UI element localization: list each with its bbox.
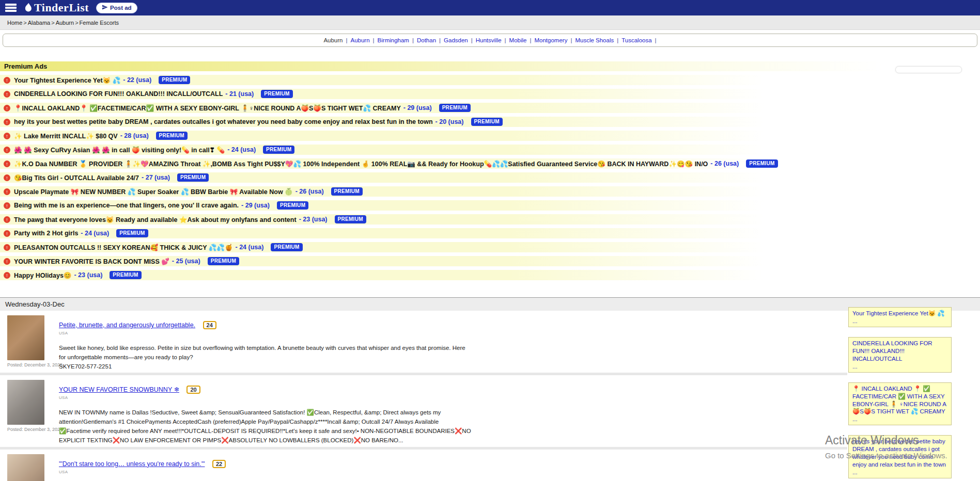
sidebar-premium-card[interactable]: hey its your best wettes petite baby DRE… xyxy=(848,435,952,478)
premium-ad-row[interactable]: Your Tightest Experience Yet😼 💦 - 22 (us… xyxy=(0,75,980,85)
listing-title-link[interactable]: Petite, brunette, and dangerously unforg… xyxy=(59,322,195,329)
premium-ad-row[interactable]: Being with me is an experience—one that … xyxy=(0,200,980,211)
premium-badge: PREMIUM xyxy=(439,104,471,113)
city-link-tuscaloosa[interactable]: Tuscaloosa xyxy=(621,37,651,43)
city-link-muscle-shoals[interactable]: Muscle Shoals xyxy=(575,37,614,43)
premium-ad-title[interactable]: 😘Big Tits Girl - OUTCALL Available 24/7 xyxy=(14,174,139,182)
premium-ad-title[interactable]: 📍INCALL OAKLAND📍 ✅FACETIME/CAR✅ WITH A S… xyxy=(14,104,401,112)
bump-arrow-icon xyxy=(4,216,10,223)
breadcrumb-category[interactable]: Female Escorts xyxy=(80,20,119,26)
premium-ad-age: - 24 (usa) xyxy=(81,230,109,237)
city-link-mobile[interactable]: Mobile xyxy=(509,37,527,43)
sidebar-card-more[interactable]: ... xyxy=(852,415,947,423)
premium-ad-title[interactable]: ✨ Lake Merritt INCALL✨ $80 QV xyxy=(14,132,118,140)
premium-ad-row[interactable]: ✨ Lake Merritt INCALL✨ $80 QV - 28 (usa)… xyxy=(0,131,980,141)
posted-date: Posted: December 3, 2025 xyxy=(7,427,59,432)
premium-badge: PREMIUM xyxy=(263,146,294,154)
premium-ad-row[interactable]: hey its your best wettes petite baby DRE… xyxy=(0,117,980,127)
premium-ad-title[interactable]: Happy HOlidays😊 xyxy=(14,271,71,279)
menu-icon[interactable] xyxy=(5,4,17,12)
premium-ad-age: - 28 (usa) xyxy=(120,132,149,139)
bump-arrow-icon xyxy=(4,202,10,209)
premium-ad-row[interactable]: PLEASANTON OUTCALLS !! SEXY KOREAN🥰 THIC… xyxy=(0,242,980,252)
listing-thumbnail[interactable] xyxy=(7,380,44,425)
premium-ad-age: - 23 (usa) xyxy=(299,216,328,223)
premium-ads-header: Premium Ads xyxy=(0,61,980,71)
premium-ad-row[interactable]: 😘Big Tits Girl - OUTCALL Available 24/7 … xyxy=(0,172,980,183)
premium-ad-age: - 24 (usa) xyxy=(227,146,256,153)
breadcrumb-separator: > xyxy=(23,20,26,26)
breadcrumb-state[interactable]: Alabama xyxy=(28,20,50,26)
bump-arrow-icon xyxy=(4,77,10,84)
sidebar-card-title[interactable]: CINDERELLA LOOKING FOR FUN!!! OAKLAND!!!… xyxy=(852,340,932,362)
breadcrumb-city[interactable]: Auburn xyxy=(56,20,74,26)
premium-ad-title[interactable]: PLEASANTON OUTCALLS !! SEXY KOREAN🥰 THIC… xyxy=(14,244,233,251)
premium-badge: PREMIUM xyxy=(159,76,190,85)
sidebar-premium-card[interactable]: Your Tightest Experience Yet😼 💦 ... xyxy=(848,307,952,327)
premium-ad-title[interactable]: 🌺 🌺 Sexy CuRvy Asian 🌺 🌺 in call 🍑 visit… xyxy=(14,146,225,154)
listing-country: USA xyxy=(59,470,847,474)
sidebar-card-more[interactable]: ... xyxy=(852,317,947,325)
premium-ad-age: - 29 (usa) xyxy=(403,104,432,111)
listing-thumbnail[interactable] xyxy=(7,454,44,481)
premium-badge: PREMIUM xyxy=(110,271,141,280)
premium-ad-age: - 27 (usa) xyxy=(142,174,170,181)
bump-arrow-icon xyxy=(4,133,10,139)
premium-ad-row[interactable]: ✨K.O Daa NUMBER 🥇 PROVIDER 🧍✨💖AMAZING Th… xyxy=(0,158,980,169)
send-icon xyxy=(102,4,108,11)
premium-ad-title[interactable]: YOUR WINTER FAVORITE IS BACK DONT MISS 💕 xyxy=(14,258,169,265)
city-link-huntsville[interactable]: Huntsville xyxy=(476,37,502,43)
listing-thumbnail[interactable] xyxy=(7,315,44,360)
premium-ad-row[interactable]: Happy HOlidays😊 - 23 (usa) PREMIUM xyxy=(0,270,980,280)
posted-date: Posted: December 3, 2025 xyxy=(7,362,59,367)
premium-ad-row[interactable]: Party with 2 Hot girls - 24 (usa) PREMIU… xyxy=(0,228,980,238)
sidebar-card-more[interactable]: ... xyxy=(852,363,947,371)
age-badge: 22 xyxy=(212,460,226,468)
premium-ad-row[interactable]: YOUR WINTER FAVORITE IS BACK DONT MISS 💕… xyxy=(0,256,980,266)
premium-badge: PREMIUM xyxy=(471,118,503,126)
premium-ad-title[interactable]: Party with 2 Hot girls xyxy=(14,230,78,237)
premium-ad-age: - 21 (usa) xyxy=(225,90,254,98)
city-link-auburn[interactable]: Auburn xyxy=(351,37,370,43)
premium-badge: PREMIUM xyxy=(331,187,363,196)
city-link-birmingham[interactable]: Birmingham xyxy=(378,37,409,43)
premium-ad-row[interactable]: CINDERELLA LOOKING FOR FUN!!! OAKLAND!!!… xyxy=(0,89,980,99)
ad-placeholder-pill xyxy=(895,66,962,73)
listing-item[interactable]: Posted: December 3, 2025 "'Don't stare t… xyxy=(0,450,847,481)
listing-title-link[interactable]: YOUR NEW FAVORITE SNOWBUNNY ❄ xyxy=(59,386,179,393)
premium-ad-title[interactable]: hey its your best wettes petite baby DRE… xyxy=(14,118,433,125)
sidebar-premium-card[interactable]: CINDERELLA LOOKING FOR FUN!!! OAKLAND!!!… xyxy=(848,337,952,373)
premium-ad-title[interactable]: Your Tightest Experience Yet😼 💦 xyxy=(14,76,120,84)
sidebar-card-title[interactable]: 📍 INCALL OAKLAND 📍 ✅ FACETIME/CAR ✅ WITH… xyxy=(852,386,946,415)
post-ad-button[interactable]: Post ad xyxy=(96,3,137,13)
sidebar-card-title[interactable]: Your Tightest Experience Yet😼 💦 xyxy=(852,310,945,316)
premium-ad-title[interactable]: Being with me is an experience—one that … xyxy=(14,202,239,209)
sidebar-card-more[interactable]: ... xyxy=(852,469,947,476)
premium-ad-title[interactable]: The pawg that everyone loves😼 Ready and … xyxy=(14,216,297,223)
brand-logo[interactable]: TinderList xyxy=(24,1,89,14)
premium-ad-row[interactable]: The pawg that everyone loves😼 Ready and … xyxy=(0,214,980,225)
city-link-dothan[interactable]: Dothan xyxy=(417,37,436,43)
sidebar-premium-card[interactable]: 📍 INCALL OAKLAND 📍 ✅ FACETIME/CAR ✅ WITH… xyxy=(848,382,952,426)
listing-country: USA xyxy=(59,331,847,335)
breadcrumb-home[interactable]: Home xyxy=(7,20,22,26)
city-link-montgomery[interactable]: Montgomery xyxy=(534,37,567,43)
listing-title-link[interactable]: "'Don't stare too long… unless you're re… xyxy=(59,460,205,468)
premium-ad-title[interactable]: ✨K.O Daa NUMBER 🥇 PROVIDER 🧍✨💖AMAZING Th… xyxy=(14,160,708,168)
city-link-gadsden[interactable]: Gadsden xyxy=(444,37,468,43)
premium-ad-title[interactable]: Upscale Playmate 🎀 NEW NUMBER 💦 Super So… xyxy=(14,188,293,196)
city-links-bar: Auburn | Auburn | Birmingham | Dothan | … xyxy=(3,34,977,47)
premium-ad-row[interactable]: 🌺 🌺 Sexy CuRvy Asian 🌺 🌺 in call 🍑 visit… xyxy=(0,145,980,155)
sidebar-card-title[interactable]: hey its your best wettes petite baby DRE… xyxy=(852,438,946,468)
bump-arrow-icon xyxy=(4,188,10,195)
premium-ad-row[interactable]: Upscale Playmate 🎀 NEW NUMBER 💦 Super So… xyxy=(0,186,980,197)
listing-item[interactable]: Posted: December 3, 2025 Petite, brunett… xyxy=(0,311,847,373)
listing-item[interactable]: Posted: December 3, 2025 YOUR NEW FAVORI… xyxy=(0,375,847,446)
bump-arrow-icon xyxy=(4,244,10,251)
premium-ad-age: - 26 (usa) xyxy=(295,188,324,195)
listings-feed: Posted: December 3, 2025 Petite, brunett… xyxy=(0,311,847,481)
premium-ad-age: - 26 (usa) xyxy=(710,160,739,167)
premium-ad-row[interactable]: 📍INCALL OAKLAND📍 ✅FACETIME/CAR✅ WITH A S… xyxy=(0,103,980,113)
premium-ad-title[interactable]: CINDERELLA LOOKING FOR FUN!!! OAKLAND!!!… xyxy=(14,90,223,98)
premium-badge: PREMIUM xyxy=(156,132,188,140)
